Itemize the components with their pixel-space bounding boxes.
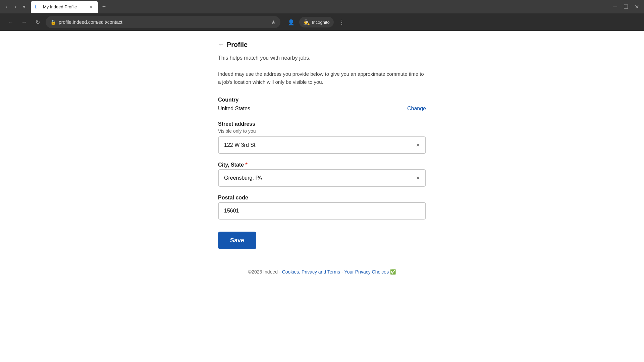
browser-menu-button[interactable]: ⋮ [336, 17, 347, 27]
new-tab-button[interactable]: + [99, 2, 109, 11]
tab-close-button[interactable]: × [88, 4, 94, 10]
country-section: Country United States Change [218, 97, 426, 112]
browser-toolbar: ← → ↻ 🔒 profile.indeed.com/edit/contact … [0, 13, 644, 31]
street-address-sublabel: Visible only to you [218, 128, 426, 134]
back-nav-link[interactable]: ← Profile [218, 41, 426, 49]
forward-nav-button[interactable]: → [19, 17, 30, 27]
tab-back-arrow[interactable]: ‹ [3, 3, 11, 11]
page-content: ← Profile This helps match you with near… [0, 31, 644, 362]
minimize-button[interactable]: ─ [610, 2, 620, 11]
country-label: Country [218, 97, 426, 103]
footer-separator-2: - [341, 269, 343, 275]
browser-chrome: ‹ › ▼ ℹ My Indeed Profile × + ─ ❐ ✕ ← → … [0, 0, 644, 31]
privacy-badge: ✅ [390, 269, 396, 275]
city-state-input-wrapper: × [218, 169, 426, 187]
incognito-hat-icon: 🕵 [303, 19, 310, 25]
page-subtitle: This helps match you with nearby jobs. [218, 54, 426, 62]
tab-title: My Indeed Profile [43, 4, 85, 9]
toolbar-right: 👤 🕵 Incognito ⋮ [286, 17, 347, 27]
tab-bar: ‹ › ▼ ℹ My Indeed Profile × + ─ ❐ ✕ [0, 0, 644, 13]
back-label: Profile [227, 41, 248, 49]
city-state-input[interactable] [218, 169, 426, 187]
window-controls: ─ ❐ ✕ [610, 2, 641, 11]
maximize-button[interactable]: ❐ [621, 2, 631, 11]
country-row: United States Change [218, 106, 426, 112]
required-star-icon: * [246, 162, 248, 168]
back-nav-button[interactable]: ← [5, 17, 16, 27]
city-state-clear-button[interactable]: × [414, 174, 422, 182]
postal-code-group: Postal code [218, 195, 426, 220]
street-address-group: Street address Visible only to you × [218, 121, 426, 154]
address-bar[interactable]: 🔒 profile.indeed.com/edit/contact ★ [46, 16, 280, 28]
incognito-button[interactable]: 🕵 Incognito [299, 17, 334, 27]
privacy-badge-check-icon: ✅ [390, 269, 396, 275]
footer-privacy-link[interactable]: Your Privacy Choices [344, 269, 389, 275]
street-address-input-wrapper: × [218, 136, 426, 154]
postal-code-input[interactable] [218, 202, 426, 220]
street-address-label: Street address [218, 121, 426, 127]
tab-dropdown-arrow[interactable]: ▼ [20, 3, 28, 11]
active-tab[interactable]: ℹ My Indeed Profile × [31, 1, 98, 13]
footer-cookies-link[interactable]: Cookies, Privacy and Terms [282, 269, 340, 275]
back-arrow-icon: ← [218, 41, 224, 48]
footer-separator-1: - [279, 269, 281, 275]
country-value: United States [218, 106, 250, 112]
postal-code-input-wrapper [218, 202, 426, 220]
city-state-group: City, State * × [218, 162, 426, 187]
save-button[interactable]: Save [218, 232, 256, 249]
tab-nav-arrows: ‹ › ▼ [3, 3, 28, 11]
reload-button[interactable]: ↻ [32, 17, 43, 27]
profile-icon-button[interactable]: 👤 [286, 17, 297, 27]
city-state-label: City, State * [218, 162, 426, 168]
street-address-input[interactable] [218, 136, 426, 154]
tab-favicon-icon: ℹ [35, 4, 40, 9]
main-container: ← Profile This helps match you with near… [218, 41, 426, 275]
footer-copyright: ©2023 Indeed [248, 269, 278, 275]
tab-forward-arrow[interactable]: › [11, 3, 19, 11]
street-address-clear-button[interactable]: × [414, 141, 422, 149]
change-country-link[interactable]: Change [407, 106, 426, 112]
postal-code-label: Postal code [218, 195, 426, 201]
footer: ©2023 Indeed - Cookies, Privacy and Term… [218, 269, 426, 275]
incognito-label: Incognito [312, 20, 330, 25]
lock-icon: 🔒 [50, 19, 56, 25]
url-display: profile.indeed.com/edit/contact [59, 19, 268, 25]
close-button[interactable]: ✕ [632, 2, 641, 11]
bookmark-star-icon[interactable]: ★ [271, 19, 276, 25]
info-text: Indeed may use the address you provide b… [218, 70, 426, 86]
